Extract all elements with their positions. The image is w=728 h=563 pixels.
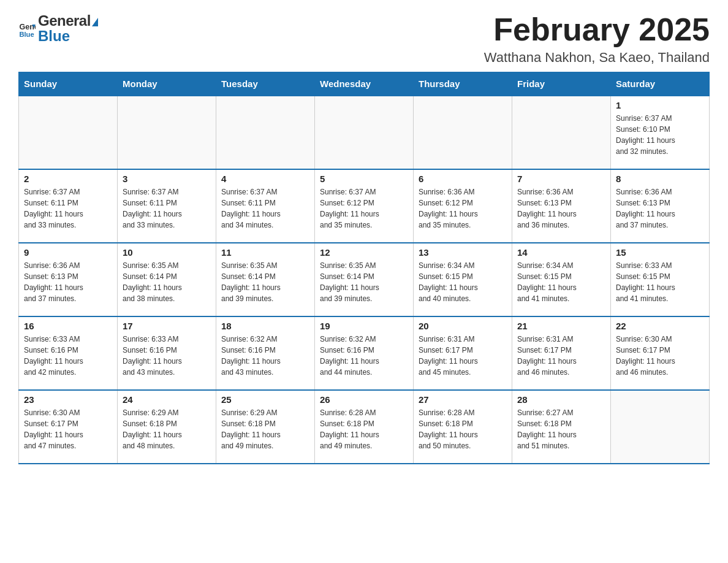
weekday-header-monday: Monday (118, 72, 216, 96)
calendar-cell: 23Sunrise: 6:30 AMSunset: 6:17 PMDayligh… (19, 390, 118, 464)
day-info: Sunrise: 6:30 AMSunset: 6:17 PMDaylight:… (616, 334, 704, 378)
day-info: Sunrise: 6:27 AMSunset: 6:18 PMDaylight:… (517, 407, 605, 451)
day-info: Sunrise: 6:37 AMSunset: 6:11 PMDaylight:… (123, 186, 211, 231)
calendar-cell: 5Sunrise: 6:37 AMSunset: 6:12 PMDaylight… (315, 169, 414, 243)
day-info: Sunrise: 6:37 AMSunset: 6:11 PMDaylight:… (221, 186, 309, 231)
title-block: February 2025 Watthana Nakhon, Sa Kaeo, … (484, 12, 710, 66)
weekday-header-sunday: Sunday (19, 72, 118, 96)
day-number: 26 (320, 394, 408, 405)
day-info: Sunrise: 6:34 AMSunset: 6:15 PMDaylight:… (419, 260, 507, 304)
day-number: 10 (123, 247, 211, 258)
calendar-week-row: 1Sunrise: 6:37 AMSunset: 6:10 PMDaylight… (19, 96, 710, 169)
calendar-cell: 15Sunrise: 6:33 AMSunset: 6:15 PMDayligh… (611, 243, 710, 316)
calendar-cell: 3Sunrise: 6:37 AMSunset: 6:11 PMDaylight… (118, 169, 216, 243)
day-info: Sunrise: 6:31 AMSunset: 6:17 PMDaylight:… (419, 334, 507, 378)
calendar-cell: 21Sunrise: 6:31 AMSunset: 6:17 PMDayligh… (512, 316, 611, 390)
calendar-cell (216, 96, 315, 169)
calendar-cell: 24Sunrise: 6:29 AMSunset: 6:18 PMDayligh… (118, 390, 216, 464)
calendar-cell: 25Sunrise: 6:29 AMSunset: 6:18 PMDayligh… (216, 390, 315, 464)
calendar-cell: 27Sunrise: 6:28 AMSunset: 6:18 PMDayligh… (414, 390, 512, 464)
day-info: Sunrise: 6:35 AMSunset: 6:14 PMDaylight:… (221, 260, 309, 304)
calendar-week-row: 16Sunrise: 6:33 AMSunset: 6:16 PMDayligh… (19, 316, 710, 390)
day-number: 27 (419, 394, 507, 405)
day-info: Sunrise: 6:36 AMSunset: 6:13 PMDaylight:… (24, 260, 112, 304)
calendar-cell (611, 390, 710, 464)
weekday-header-saturday: Saturday (611, 72, 710, 96)
day-number: 24 (123, 394, 211, 405)
calendar-cell: 6Sunrise: 6:36 AMSunset: 6:12 PMDaylight… (414, 169, 512, 243)
calendar-week-row: 2Sunrise: 6:37 AMSunset: 6:11 PMDaylight… (19, 169, 710, 243)
calendar-week-row: 23Sunrise: 6:30 AMSunset: 6:17 PMDayligh… (19, 390, 710, 464)
calendar-cell: 28Sunrise: 6:27 AMSunset: 6:18 PMDayligh… (512, 390, 611, 464)
day-info: Sunrise: 6:31 AMSunset: 6:17 PMDaylight:… (517, 334, 605, 378)
day-info: Sunrise: 6:36 AMSunset: 6:13 PMDaylight:… (616, 186, 704, 231)
calendar-cell: 16Sunrise: 6:33 AMSunset: 6:16 PMDayligh… (19, 316, 118, 390)
calendar-cell: 19Sunrise: 6:32 AMSunset: 6:16 PMDayligh… (315, 316, 414, 390)
day-info: Sunrise: 6:34 AMSunset: 6:15 PMDaylight:… (517, 260, 605, 304)
calendar-cell (414, 96, 512, 169)
day-number: 8 (616, 174, 704, 184)
calendar-cell (512, 96, 611, 169)
day-number: 21 (517, 321, 605, 331)
calendar-cell: 7Sunrise: 6:36 AMSunset: 6:13 PMDaylight… (512, 169, 611, 243)
calendar-cell: 10Sunrise: 6:35 AMSunset: 6:14 PMDayligh… (118, 243, 216, 316)
weekday-header-tuesday: Tuesday (216, 72, 315, 96)
day-number: 16 (24, 321, 112, 331)
day-number: 4 (221, 174, 309, 184)
day-info: Sunrise: 6:30 AMSunset: 6:17 PMDaylight:… (24, 407, 112, 451)
day-info: Sunrise: 6:35 AMSunset: 6:14 PMDaylight:… (320, 260, 408, 304)
calendar-cell (118, 96, 216, 169)
day-number: 15 (616, 247, 704, 258)
day-info: Sunrise: 6:36 AMSunset: 6:12 PMDaylight:… (419, 186, 507, 231)
day-number: 17 (123, 321, 211, 331)
day-info: Sunrise: 6:33 AMSunset: 6:16 PMDaylight:… (24, 334, 112, 378)
day-number: 6 (419, 174, 507, 184)
day-number: 19 (320, 321, 408, 331)
day-info: Sunrise: 6:37 AMSunset: 6:12 PMDaylight:… (320, 186, 408, 231)
svg-text:Blue: Blue (19, 30, 34, 37)
calendar-cell: 20Sunrise: 6:31 AMSunset: 6:17 PMDayligh… (414, 316, 512, 390)
day-number: 13 (419, 247, 507, 258)
calendar-cell: 17Sunrise: 6:33 AMSunset: 6:16 PMDayligh… (118, 316, 216, 390)
calendar-cell: 4Sunrise: 6:37 AMSunset: 6:11 PMDaylight… (216, 169, 315, 243)
day-info: Sunrise: 6:33 AMSunset: 6:16 PMDaylight:… (123, 334, 211, 378)
calendar-cell: 18Sunrise: 6:32 AMSunset: 6:16 PMDayligh… (216, 316, 315, 390)
day-info: Sunrise: 6:32 AMSunset: 6:16 PMDaylight:… (320, 334, 408, 378)
day-number: 28 (517, 394, 605, 405)
weekday-header-wednesday: Wednesday (315, 72, 414, 96)
logo-blue-text: Blue (38, 28, 98, 45)
day-info: Sunrise: 6:37 AMSunset: 6:11 PMDaylight:… (24, 186, 112, 231)
day-number: 9 (24, 247, 112, 258)
day-info: Sunrise: 6:33 AMSunset: 6:15 PMDaylight:… (616, 260, 704, 304)
weekday-header-row: SundayMondayTuesdayWednesdayThursdayFrid… (19, 72, 710, 96)
calendar-table: SundayMondayTuesdayWednesdayThursdayFrid… (18, 72, 710, 464)
weekday-header-thursday: Thursday (414, 72, 512, 96)
day-number: 3 (123, 174, 211, 184)
calendar-cell: 12Sunrise: 6:35 AMSunset: 6:14 PMDayligh… (315, 243, 414, 316)
calendar-cell: 22Sunrise: 6:30 AMSunset: 6:17 PMDayligh… (611, 316, 710, 390)
logo: General Blue General Blue (18, 12, 98, 45)
day-number: 20 (419, 321, 507, 331)
calendar-cell: 14Sunrise: 6:34 AMSunset: 6:15 PMDayligh… (512, 243, 611, 316)
weekday-header-friday: Friday (512, 72, 611, 96)
calendar-cell: 8Sunrise: 6:36 AMSunset: 6:13 PMDaylight… (611, 169, 710, 243)
calendar-cell (315, 96, 414, 169)
day-number: 14 (517, 247, 605, 258)
day-info: Sunrise: 6:29 AMSunset: 6:18 PMDaylight:… (221, 407, 309, 451)
calendar-cell: 26Sunrise: 6:28 AMSunset: 6:18 PMDayligh… (315, 390, 414, 464)
logo-icon: General Blue (18, 20, 36, 37)
day-info: Sunrise: 6:29 AMSunset: 6:18 PMDaylight:… (123, 407, 211, 451)
calendar-cell: 2Sunrise: 6:37 AMSunset: 6:11 PMDaylight… (19, 169, 118, 243)
day-info: Sunrise: 6:35 AMSunset: 6:14 PMDaylight:… (123, 260, 211, 304)
month-title: February 2025 (484, 12, 710, 47)
day-info: Sunrise: 6:36 AMSunset: 6:13 PMDaylight:… (517, 186, 605, 231)
day-number: 2 (24, 174, 112, 184)
day-info: Sunrise: 6:28 AMSunset: 6:18 PMDaylight:… (320, 407, 408, 451)
day-number: 18 (221, 321, 309, 331)
day-info: Sunrise: 6:28 AMSunset: 6:18 PMDaylight:… (419, 407, 507, 451)
day-number: 22 (616, 321, 704, 331)
day-number: 25 (221, 394, 309, 405)
calendar-cell: 9Sunrise: 6:36 AMSunset: 6:13 PMDaylight… (19, 243, 118, 316)
day-info: Sunrise: 6:37 AMSunset: 6:10 PMDaylight:… (616, 113, 704, 157)
calendar-cell: 13Sunrise: 6:34 AMSunset: 6:15 PMDayligh… (414, 243, 512, 316)
